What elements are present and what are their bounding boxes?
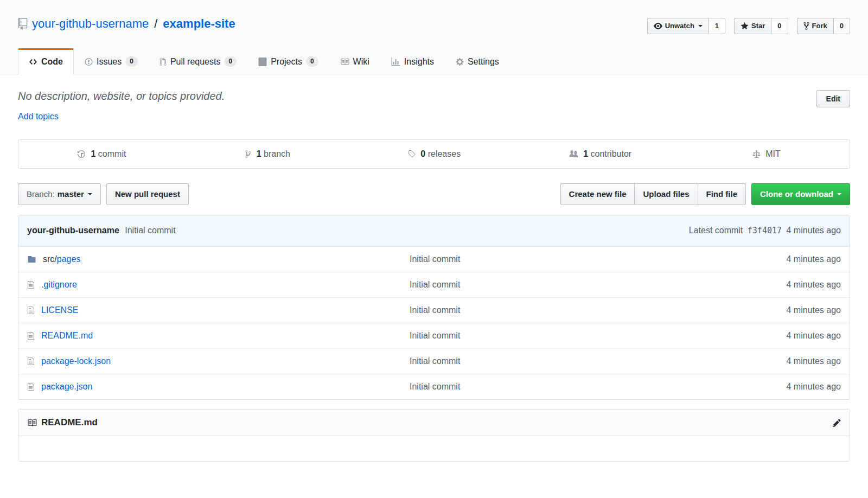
fork-label: Fork (812, 21, 827, 31)
repo-main: No description, website, or topics provi… (18, 90, 850, 462)
repo-stats-bar: 1 commit 1 branch 0 releases 1 contribut… (18, 139, 850, 169)
fork-button[interactable]: Fork (797, 18, 834, 34)
repo-actions: Unwatch 1 Star 0 Fork 0 (647, 18, 850, 34)
edit-description-button[interactable]: Edit (816, 90, 850, 107)
branch-select-button[interactable]: Branch: master (18, 183, 101, 205)
branch-name-label: master (58, 189, 84, 200)
file-commit-message[interactable]: Initial commit (410, 305, 460, 315)
star-label: Star (751, 21, 765, 31)
find-file-button[interactable]: Find file (698, 183, 746, 205)
tab-insights-label: Insights (404, 57, 434, 67)
tag-icon (407, 150, 416, 158)
fork-icon (803, 22, 809, 30)
edit-readme-button[interactable] (833, 418, 841, 427)
license-label: MIT (765, 149, 781, 158)
readme-section: README.md (18, 409, 850, 462)
branches-stat[interactable]: 1 branch (184, 140, 350, 168)
tab-insights[interactable]: Insights (380, 48, 445, 74)
folder-icon (27, 255, 36, 264)
commits-label: commit (98, 149, 126, 158)
file-commit-message[interactable]: Initial commit (410, 254, 460, 264)
branch-prefix-label: Branch: (27, 189, 55, 200)
watch-group: Unwatch 1 (647, 18, 725, 34)
repo-header: your-github-username / example-site Unwa… (0, 0, 868, 74)
tab-settings-label: Settings (468, 57, 499, 67)
license-stat[interactable]: MIT (684, 140, 850, 168)
pull-requests-count-badge: 0 (224, 56, 237, 67)
file-icon (27, 357, 35, 366)
commit-time: 4 minutes ago (786, 226, 841, 235)
clone-or-download-button[interactable]: Clone or download (751, 183, 850, 205)
repo-name-link[interactable]: example-site (163, 17, 235, 31)
tab-projects[interactable]: Projects 0 (247, 48, 329, 74)
file-link[interactable]: pages (57, 254, 81, 264)
star-button[interactable]: Star (734, 18, 771, 34)
branches-count: 1 (257, 149, 261, 158)
commit-message-link[interactable]: Initial commit (125, 226, 175, 235)
watch-count[interactable]: 1 (709, 18, 725, 34)
tab-projects-label: Projects (271, 57, 302, 67)
repo-tabs: Code Issues 0 Pull requests 0 Projects 0… (18, 48, 850, 74)
file-actions-group: Create new file Upload files Find file (560, 183, 746, 205)
file-link[interactable]: package-lock.json (41, 356, 111, 366)
branches-label: branch (264, 149, 290, 158)
file-commit-message[interactable]: Initial commit (410, 382, 460, 391)
create-new-file-button[interactable]: Create new file (560, 183, 635, 205)
file-commit-message[interactable]: Initial commit (410, 356, 460, 366)
file-link[interactable]: .gitignore (41, 280, 77, 289)
caret-down-icon (837, 193, 841, 197)
file-link[interactable]: package.json (41, 382, 92, 391)
repo-title: your-github-username / example-site (18, 17, 235, 31)
fork-group: Fork 0 (797, 18, 850, 34)
pull-request-icon (159, 58, 167, 66)
projects-count-badge: 0 (306, 56, 318, 67)
file-link[interactable]: README.md (41, 331, 93, 340)
new-pull-request-button[interactable]: New pull request (106, 183, 189, 205)
contributors-count: 1 (583, 149, 588, 158)
repo-icon (18, 18, 28, 30)
commits-stat[interactable]: 1 commit (18, 140, 184, 168)
unwatch-button[interactable]: Unwatch (647, 18, 709, 34)
file-navigation: Branch: master New pull request Create n… (18, 183, 850, 205)
tab-settings[interactable]: Settings (445, 48, 510, 74)
file-row: LICENSE Initial commit 4 minutes ago (18, 297, 850, 323)
fork-count[interactable]: 0 (834, 18, 850, 34)
issue-icon (85, 58, 93, 66)
tab-wiki-label: Wiki (353, 57, 369, 67)
tab-code[interactable]: Code (18, 48, 74, 74)
readme-content (18, 436, 850, 461)
unwatch-label: Unwatch (665, 21, 694, 31)
star-icon (741, 22, 749, 30)
tab-issues[interactable]: Issues 0 (74, 48, 149, 74)
repo-description-text: No description, website, or topics provi… (18, 90, 225, 103)
file-row: README.md Initial commit 4 minutes ago (18, 323, 850, 348)
releases-stat[interactable]: 0 releases (351, 140, 517, 168)
file-commit-message[interactable]: Initial commit (410, 331, 460, 340)
file-commit-message[interactable]: Initial commit (410, 280, 460, 289)
law-icon (752, 150, 761, 158)
caret-down-icon (88, 193, 92, 197)
people-icon (569, 150, 578, 158)
contributors-stat[interactable]: 1 contributor (517, 140, 683, 168)
file-icon (27, 280, 35, 289)
file-link[interactable]: LICENSE (41, 305, 78, 315)
issues-count-badge: 0 (125, 56, 138, 67)
star-count[interactable]: 0 (771, 18, 788, 34)
commit-author-link[interactable]: your-github-username (27, 226, 119, 235)
file-commit-time: 4 minutes ago (678, 331, 841, 341)
tab-wiki[interactable]: Wiki (329, 48, 380, 74)
file-commit-time: 4 minutes ago (678, 280, 841, 290)
upload-files-button[interactable]: Upload files (634, 183, 698, 205)
releases-count: 0 (420, 149, 425, 158)
file-path-prefix: src/ (43, 254, 57, 264)
caret-down-icon (698, 25, 703, 29)
file-commit-time: 4 minutes ago (678, 356, 841, 366)
repo-owner-link[interactable]: your-github-username (32, 17, 149, 31)
repo-path-separator: / (154, 17, 157, 31)
tab-pull-requests[interactable]: Pull requests 0 (149, 48, 247, 74)
file-commit-time: 4 minutes ago (678, 305, 841, 315)
commit-sha-link[interactable]: f3f4017 (748, 226, 782, 235)
clone-or-download-label: Clone or download (760, 189, 833, 200)
file-row: package.json Initial commit 4 minutes ag… (18, 374, 850, 399)
add-topics-link[interactable]: Add topics (18, 112, 59, 122)
